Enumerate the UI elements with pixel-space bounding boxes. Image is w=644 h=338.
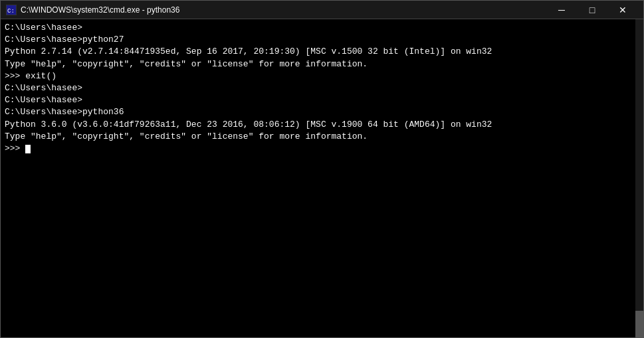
cmd-window: C: C:\WINDOWS\system32\cmd.exe - python3…: [0, 0, 644, 338]
terminal-line: Type "help", "copyright", "credits" or "…: [5, 131, 639, 143]
terminal-line: Python 2.7.14 (v2.7.14:84471935ed, Sep 1…: [5, 46, 639, 58]
terminal-line: C:\Users\hasee>: [5, 94, 639, 106]
terminal-output: C:\Users\hasee>C:\Users\hasee>python27Py…: [5, 22, 639, 155]
terminal-line: C:\Users\hasee>: [5, 82, 639, 94]
terminal-line: Python 3.6.0 (v3.6.0:41df79263a11, Dec 2…: [5, 119, 639, 131]
scrollbar-track[interactable]: [635, 19, 643, 337]
terminal-body[interactable]: C:\Users\hasee>C:\Users\hasee>python27Py…: [1, 19, 643, 337]
title-bar: C: C:\WINDOWS\system32\cmd.exe - python3…: [1, 1, 643, 19]
scrollbar-thumb[interactable]: [635, 311, 643, 337]
terminal-line: C:\Users\hasee>python36: [5, 106, 639, 118]
terminal-line: >>> exit(): [5, 70, 639, 82]
terminal-line: >>>: [5, 143, 639, 155]
cmd-icon: C:: [6, 5, 17, 15]
terminal-cursor: [25, 145, 31, 153]
terminal-line: C:\Users\hasee>: [5, 22, 639, 34]
window-controls: ─ □ ✕: [546, 1, 638, 19]
terminal-line: Type "help", "copyright", "credits" or "…: [5, 58, 639, 70]
window-title: C:\WINDOWS\system32\cmd.exe - python36: [21, 5, 546, 15]
maximize-button[interactable]: □: [577, 1, 607, 19]
close-button[interactable]: ✕: [607, 1, 638, 19]
minimize-button[interactable]: ─: [546, 1, 577, 19]
svg-text:C:: C:: [7, 8, 15, 15]
terminal-line: C:\Users\hasee>python27: [5, 34, 639, 46]
